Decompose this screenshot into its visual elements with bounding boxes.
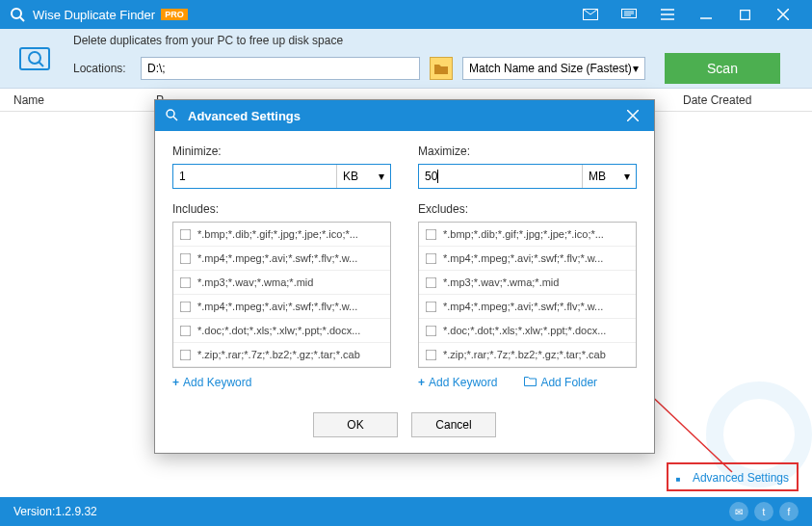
pattern-text: *.mp4;*.mpeg;*.avi;*.swf;*.flv;*.w... — [197, 252, 357, 264]
cancel-button[interactable]: Cancel — [411, 412, 496, 437]
match-mode-value: Match Name and Size (Fastest) — [469, 62, 632, 75]
bullet-icon: ■ — [676, 475, 681, 484]
pattern-text: *.bmp;*.dib;*.gif;*.jpg;*.jpe;*.ico;*... — [443, 228, 604, 240]
pattern-text: *.mp3;*.wav;*.wma;*.mid — [197, 276, 313, 288]
pattern-checkbox[interactable] — [426, 252, 437, 264]
svg-point-0 — [12, 9, 21, 18]
col-date[interactable]: Date Created — [683, 93, 799, 107]
match-mode-select[interactable]: Match Name and Size (Fastest) ▾ — [462, 57, 645, 80]
modal-titlebar: Advanced Settings — [155, 100, 654, 131]
chevron-down-icon: ▾ — [633, 62, 639, 75]
includes-label: Includes: — [172, 202, 391, 216]
file-pattern-item[interactable]: *.mp4;*.mpeg;*.avi;*.swf;*.flv;*.w... — [419, 295, 636, 319]
maximize-input[interactable]: 50 — [419, 165, 582, 188]
minimize-input[interactable] — [173, 165, 336, 188]
folder-icon — [524, 376, 537, 389]
pattern-text: *.zip;*.rar;*.7z;*.bz2;*.gz;*.tar;*.cab — [197, 349, 360, 360]
minimize-input-wrap: KB▾ — [172, 164, 391, 189]
add-keyword-includes[interactable]: +Add Keyword — [172, 376, 251, 389]
file-pattern-item[interactable]: *.mp3;*.wav;*.wma;*.mid — [419, 271, 636, 295]
minimize-unit-select[interactable]: KB▾ — [336, 165, 390, 188]
ok-button[interactable]: OK — [313, 412, 398, 437]
toolbar: Delete duplicates from your PC to free u… — [0, 29, 812, 89]
file-pattern-item[interactable]: *.mp4;*.mpeg;*.avi;*.swf;*.flv;*.w... — [173, 295, 390, 319]
close-icon[interactable] — [764, 0, 802, 29]
app-logo-icon — [10, 7, 25, 22]
chevron-down-icon: ▾ — [379, 170, 384, 183]
advanced-settings-link[interactable]: Advanced Settings — [693, 471, 789, 485]
pro-badge: PRO — [161, 9, 188, 20]
version-text: Version:1.2.9.32 — [13, 505, 97, 518]
pattern-checkbox[interactable] — [426, 301, 437, 312]
hint-text: Delete duplicates from your PC to free u… — [73, 34, 799, 47]
pattern-checkbox[interactable] — [180, 301, 192, 312]
browse-folder-button[interactable] — [430, 57, 453, 80]
pattern-checkbox[interactable] — [180, 276, 192, 288]
pattern-text: *.doc;*.dot;*.xls;*.xlw;*.ppt;*.docx... — [443, 325, 606, 336]
locations-label: Locations: — [73, 62, 131, 75]
pattern-text: *.mp4;*.mpeg;*.avi;*.swf;*.flv;*.w... — [197, 301, 357, 312]
excludes-label: Excludes: — [418, 202, 637, 216]
file-pattern-item[interactable]: *.mp4;*.mpeg;*.avi;*.swf;*.flv;*.w... — [419, 247, 636, 271]
includes-list[interactable]: *.bmp;*.dib;*.gif;*.jpg;*.jpe;*.ico;*...… — [172, 222, 391, 368]
pattern-checkbox[interactable] — [180, 325, 192, 336]
maximize-icon[interactable] — [725, 0, 764, 29]
add-folder-excludes[interactable]: Add Folder — [524, 376, 597, 389]
pattern-text: *.mp4;*.mpeg;*.avi;*.swf;*.flv;*.w... — [443, 252, 603, 264]
pattern-checkbox[interactable] — [426, 349, 437, 360]
pattern-checkbox[interactable] — [180, 252, 192, 264]
col-name[interactable]: Name — [13, 93, 156, 107]
svg-line-1 — [20, 17, 24, 21]
pattern-checkbox[interactable] — [426, 325, 437, 336]
modal-close-button[interactable] — [621, 104, 644, 127]
svg-point-9 — [167, 110, 174, 118]
minimize-icon[interactable] — [687, 0, 725, 29]
pattern-checkbox[interactable] — [180, 349, 192, 360]
scan-button[interactable]: Scan — [665, 53, 780, 84]
svg-line-10 — [173, 117, 177, 120]
search-logo-icon — [13, 39, 62, 78]
pattern-text: *.zip;*.rar;*.7z;*.bz2;*.gz;*.tar;*.cab — [443, 349, 606, 360]
minimize-label: Minimize: — [172, 145, 391, 158]
file-pattern-item[interactable]: *.bmp;*.dib;*.gif;*.jpg;*.jpe;*.ico;*... — [173, 223, 390, 247]
menu-icon[interactable] — [648, 0, 687, 29]
pattern-checkbox[interactable] — [426, 228, 437, 240]
file-pattern-item[interactable]: *.mp3;*.wav;*.wma;*.mid — [173, 271, 390, 295]
watermark-icon — [687, 362, 812, 516]
file-pattern-item[interactable]: *.zip;*.rar;*.7z;*.bz2;*.gz;*.tar;*.cab — [173, 343, 390, 367]
svg-line-8 — [39, 62, 43, 66]
plus-icon: + — [172, 376, 179, 389]
file-pattern-item[interactable]: *.mp4;*.mpeg;*.avi;*.swf;*.flv;*.w... — [173, 247, 390, 271]
pattern-checkbox[interactable] — [426, 276, 437, 288]
app-title: Wise Duplicate Finder — [33, 8, 155, 22]
maximize-unit-select[interactable]: MB▾ — [582, 165, 636, 188]
plus-icon: + — [418, 376, 425, 389]
pattern-checkbox[interactable] — [180, 228, 192, 240]
advanced-settings-modal: Advanced Settings Minimize: KB▾ Maximize… — [154, 99, 655, 454]
file-pattern-item[interactable]: *.doc;*.dot;*.xls;*.xlw;*.ppt;*.docx... — [173, 319, 390, 343]
file-pattern-item[interactable]: *.doc;*.dot;*.xls;*.xlw;*.ppt;*.docx... — [419, 319, 636, 343]
message-icon[interactable] — [610, 0, 648, 29]
titlebar: Wise Duplicate Finder PRO — [0, 0, 812, 29]
excludes-list[interactable]: *.bmp;*.dib;*.gif;*.jpg;*.jpe;*.ico;*...… — [418, 222, 637, 368]
pattern-text: *.mp3;*.wav;*.wma;*.mid — [443, 276, 559, 288]
file-pattern-item[interactable]: *.bmp;*.dib;*.gif;*.jpg;*.jpe;*.ico;*... — [419, 223, 636, 247]
modal-title: Advanced Settings — [188, 109, 621, 123]
mail-icon[interactable] — [571, 0, 610, 29]
modal-logo-icon — [165, 108, 180, 123]
svg-rect-5 — [740, 10, 749, 19]
file-pattern-item[interactable]: *.zip;*.rar;*.7z;*.bz2;*.gz;*.tar;*.cab — [419, 343, 636, 367]
pattern-text: *.bmp;*.dib;*.gif;*.jpg;*.jpe;*.ico;*... — [197, 228, 358, 240]
pattern-text: *.doc;*.dot;*.xls;*.xlw;*.ppt;*.docx... — [197, 325, 360, 336]
maximize-input-wrap: 50 MB▾ — [418, 164, 637, 189]
pattern-text: *.mp4;*.mpeg;*.avi;*.swf;*.flv;*.w... — [443, 301, 603, 312]
maximize-label: Maximize: — [418, 145, 637, 158]
text-cursor — [437, 170, 438, 183]
chevron-down-icon: ▾ — [624, 170, 630, 183]
advanced-settings-highlight: ■ Advanced Settings — [667, 462, 799, 491]
locations-input[interactable] — [141, 57, 420, 80]
add-keyword-excludes[interactable]: +Add Keyword — [418, 376, 497, 389]
